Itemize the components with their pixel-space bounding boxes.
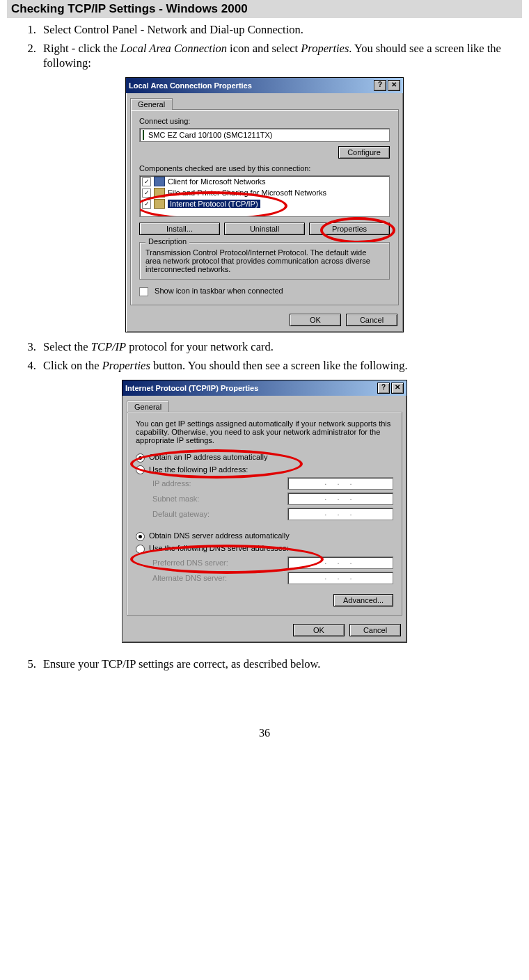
radio-dns-auto[interactable]: Obtain DNS server address automatically [136,531,393,541]
help-icon[interactable]: ? [377,383,390,394]
checkbox-icon[interactable]: ✓ [142,177,151,186]
preferred-dns-input[interactable]: . . . [287,556,393,569]
protocol-icon [154,199,165,209]
dialog-titlebar[interactable]: Local Area Connection Properties ? ✕ [126,78,403,93]
components-list[interactable]: ✓ Client for Microsoft Networks ✓ File a… [139,175,390,217]
page-number: 36 [7,727,522,739]
step-3: Select the TCP/IP protocol for your netw… [39,339,522,354]
instruction-list-cont: Select the TCP/IP protocol for your netw… [7,339,522,373]
configure-button[interactable]: Configure [338,146,390,159]
step-2-text-a: Right - click the [43,42,120,55]
component-item[interactable]: ✓ File and Printer Sharing for Microsoft… [140,187,389,198]
component-label-selected: Internet Protocol (TCP/IP) [168,200,260,208]
cancel-button[interactable]: Cancel [346,314,397,326]
connect-using-label: Connect using: [139,117,390,125]
alternate-dns-input[interactable]: . . . [287,572,393,584]
step-4-italic-1: Properties [102,359,150,372]
client-icon [154,177,165,186]
nic-field: SMC EZ Card 10/100 (SMC1211TX) [139,128,390,142]
radio-label: Obtain DNS server address automatically [149,531,290,540]
ip-address-label: IP address: [152,479,287,488]
component-label: Client for Microsoft Networks [168,177,266,186]
section-heading: Checking TCP/IP Settings - Windows 2000 [7,0,522,18]
description-title: Description [145,237,189,246]
subnet-input[interactable]: . . . [287,492,393,505]
dialog-title: Local Area Connection Properties [129,81,372,90]
step-3-text-b: protocol for your network card. [126,340,274,353]
radio-label: Use the following DNS server addresses: [149,544,289,552]
share-icon [154,188,165,198]
lan-properties-dialog: Local Area Connection Properties ? ✕ Gen… [125,77,404,332]
dialog-titlebar[interactable]: Internet Protocol (TCP/IP) Properties ? … [123,380,406,396]
nic-name: SMC EZ Card 10/100 (SMC1211TX) [148,131,273,139]
step-3-text-a: Select the [43,340,91,353]
checkbox-icon[interactable] [139,287,148,296]
dialog-title: Internet Protocol (TCP/IP) Properties [125,384,376,392]
description-group: Description Transmission Control Protoco… [139,242,390,280]
install-button[interactable]: Install... [139,223,220,235]
nic-icon [143,130,144,140]
checkbox-icon[interactable]: ✓ [142,188,151,198]
show-icon-row[interactable]: Show icon in taskbar when connected [139,287,390,296]
radio-icon[interactable] [136,465,145,474]
radio-ip-auto[interactable]: Obtain an IP address automatically [136,453,393,463]
step-2-text-b: icon and select [227,42,301,55]
step-2: Right - click the Local Area Connection … [39,41,522,70]
preferred-dns-label: Preferred DNS server: [152,559,287,567]
ok-button[interactable]: OK [290,314,341,326]
ok-button[interactable]: OK [293,624,345,636]
component-item[interactable]: ✓ Internet Protocol (TCP/IP) [140,198,389,209]
component-item[interactable]: ✓ Client for Microsoft Networks [140,176,389,187]
step-4-text-b: button. You should then see a screen lik… [150,359,408,372]
radio-icon[interactable] [136,532,145,541]
step-3-italic-1: TCP/IP [91,340,126,353]
ip-address-input[interactable]: . . . [287,477,393,490]
step-2-italic-1: Local Area Connection [120,42,227,55]
properties-button[interactable]: Properties [309,223,390,235]
show-icon-label: Show icon in taskbar when connected [155,287,283,295]
advanced-button[interactable]: Advanced... [333,594,393,607]
radio-dns-manual[interactable]: Use the following DNS server addresses: [136,544,393,554]
radio-label: Use the following IP address: [149,465,248,474]
help-icon[interactable]: ? [374,80,386,91]
tab-general[interactable]: General [127,401,169,412]
radio-ip-manual[interactable]: Use the following IP address: [136,465,393,475]
uninstall-button[interactable]: Uninstall [224,223,305,235]
close-icon[interactable]: ✕ [388,80,400,91]
gateway-label: Default gateway: [152,510,287,518]
intro-text: You can get IP settings assigned automat… [136,419,393,444]
cancel-button[interactable]: Cancel [349,624,401,636]
step-1: Select Control Panel - Network and Dial-… [39,22,522,37]
tab-general[interactable]: General [130,98,173,110]
radio-icon[interactable] [136,453,145,463]
alternate-dns-label: Alternate DNS server: [152,574,287,582]
checkbox-icon[interactable]: ✓ [142,200,151,209]
step-4: Click on the Properties button. You shou… [39,358,522,373]
step-4-text-a: Click on the [43,359,102,372]
component-label: File and Printer Sharing for Microsoft N… [168,188,326,197]
step-2-italic-2: Properties [301,42,349,55]
radio-icon[interactable] [136,545,145,554]
radio-label: Obtain an IP address automatically [149,453,267,461]
components-label: Components checked are used by this conn… [139,164,390,172]
close-icon[interactable]: ✕ [391,383,404,394]
instruction-list-cont2: Ensure your TCP/IP settings are correct,… [7,657,522,671]
tcpip-properties-dialog: Internet Protocol (TCP/IP) Properties ? … [122,380,407,642]
subnet-label: Subnet mask: [152,495,287,503]
description-text: Transmission Control Protocol/Internet P… [145,248,370,273]
instruction-list: Select Control Panel - Network and Dial-… [7,22,522,70]
step-5: Ensure your TCP/IP settings are correct,… [39,657,522,671]
gateway-input[interactable]: . . . [287,508,393,520]
